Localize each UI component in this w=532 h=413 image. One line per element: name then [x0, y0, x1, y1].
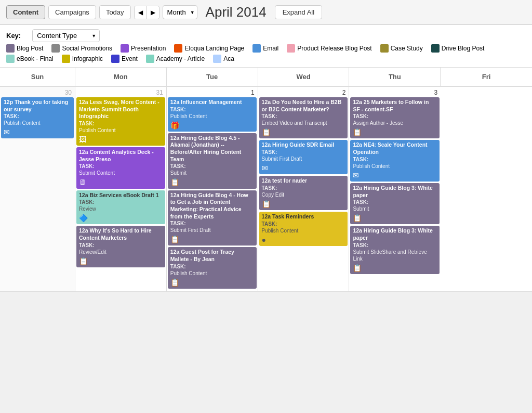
prblog-label: Product Release Blog Post: [297, 45, 371, 52]
event-ne4-scale[interactable]: 12a NE4: Scale Your Content Operation TA…: [350, 140, 440, 181]
event-time: 12a: [170, 135, 180, 141]
presentation-label: Presentation: [131, 45, 166, 52]
task-label: TASK:: [353, 199, 437, 205]
task-value: Review: [79, 205, 163, 212]
event-title: Thank you for taking our survey: [4, 99, 68, 112]
legend-blog-post: Blog Post: [6, 44, 43, 53]
event-title: Task Reminders: [272, 213, 314, 220]
event-ebook-draft[interactable]: 12a Biz Services eBook Draft 1 TASK: Rev…: [76, 190, 165, 225]
event-title: Why It's So Hard to Hire Content Markete…: [79, 227, 152, 241]
task-label: TASK:: [4, 113, 71, 120]
event-task-reminders[interactable]: 12a Task Reminders TASK: Publish Content…: [259, 212, 348, 246]
email-swatch: [252, 44, 261, 53]
date-fri: [442, 88, 531, 90]
clipboard-icon: 📋: [170, 278, 179, 287]
event-time: 12a: [79, 99, 88, 105]
header-tue: Tue: [167, 68, 258, 86]
event-time: 12a: [353, 141, 362, 148]
month-select-wrapper: Month Week Day: [163, 5, 197, 19]
social-swatch: [51, 44, 60, 53]
event-time: 12a: [262, 141, 271, 148]
legend-social: Social Promotions: [51, 44, 112, 53]
header-thu: Thu: [349, 68, 441, 86]
month-select[interactable]: Month Week Day: [163, 5, 197, 19]
task-value: Embed Video and Transcript: [262, 120, 345, 126]
event-test-nader[interactable]: 12a test for nader TASK: Copy Edit 📋: [259, 176, 348, 210]
date-thu: 3: [350, 88, 440, 97]
header-wed: Wed: [258, 68, 350, 86]
ebook-label: eBook - Final: [17, 55, 54, 62]
event-time: 12a: [353, 185, 362, 191]
task-label: TASK:: [170, 263, 254, 270]
event-guest-post-tracy[interactable]: 12a Guest Post for Tracy Mallete - By Je…: [168, 247, 257, 288]
date-mon: 31: [76, 88, 165, 97]
content-button[interactable]: Content: [6, 5, 45, 19]
event-swag[interactable]: 12a Less Swag, More Content - Marketo Su…: [76, 97, 165, 146]
legend-ebook: eBook - Final: [6, 55, 54, 63]
header-fri: Fri: [441, 68, 532, 86]
prblog-swatch: [287, 44, 295, 53]
event-influencer[interactable]: 12a Influencer Management TASK: Publish …: [168, 97, 257, 132]
event-title: Influencer Management: [181, 99, 242, 105]
event-hire-content[interactable]: 12a Why It's So Hard to Hire Content Mar…: [76, 226, 165, 267]
cell-thu-3[interactable]: 3 12a 25 Marketers to Follow in SF - con…: [349, 87, 441, 292]
event-time: 12a: [262, 99, 271, 105]
date-sun: 30: [1, 88, 74, 97]
event-swatch: [111, 55, 119, 63]
cell-fri[interactable]: [441, 87, 532, 292]
event-sdr-email[interactable]: 12a Hiring Guide SDR Email TASK: Submit …: [259, 140, 348, 174]
infographic-label: Infographic: [72, 55, 103, 62]
legend-email: Email: [252, 44, 278, 53]
task-value: Copy Edit: [262, 191, 345, 198]
event-hiring-blog3-b[interactable]: 12a Hiring Guide Blog 3: White paper TAS…: [350, 226, 440, 274]
legend-casestudy: Case Study: [380, 44, 423, 53]
today-button[interactable]: Today: [99, 5, 131, 19]
event-time: 12a: [353, 99, 362, 105]
event-hiring-blog3-a[interactable]: 12a Hiring Guide Blog 3: White paper TAS…: [350, 183, 440, 224]
event-time: 12a: [262, 177, 271, 184]
event-title: Biz Services eBook Draft 1: [89, 192, 158, 198]
event-25-marketers[interactable]: 12a 25 Marketers to Follow in SF - conte…: [350, 97, 440, 138]
campaigns-button[interactable]: Campaigns: [48, 5, 96, 19]
legend-presentation: Presentation: [121, 44, 166, 53]
date-tue: 1: [168, 88, 257, 97]
cell-tue-1[interactable]: 1 12a Influencer Management TASK: Publis…: [167, 87, 258, 292]
academy-label: Academy - Article: [156, 55, 205, 62]
event-hiring-blog-4[interactable]: 12a Hiring Guide Blog 4 - How to Get a J…: [168, 190, 257, 246]
header-sun: Sun: [0, 68, 75, 86]
legend-drive-blog: Drive Blog Post: [431, 44, 485, 53]
clipboard-icon: 📋: [262, 199, 271, 209]
eloqua-swatch: [174, 44, 182, 53]
monitor-icon: 🖥: [79, 177, 86, 187]
key-select[interactable]: Content Type: [32, 29, 100, 42]
expand-all-button[interactable]: Expand All: [275, 5, 322, 19]
cell-wed-2[interactable]: 2 12a Do You Need to Hire a B2B or B2C C…: [258, 87, 350, 292]
event-title: Do You Need to Hire a B2B or B2C Content…: [262, 99, 342, 112]
event-analytics-deck[interactable]: 12a Content Analytics Deck - Jesse Preso…: [76, 147, 165, 188]
aca-label: Aca: [223, 55, 234, 62]
cell-sun-30[interactable]: 30 12p Thank you for taking our survey T…: [0, 87, 75, 292]
prev-button[interactable]: ◀: [135, 6, 147, 19]
event-title: Guest Post for Tracy Mallete - By Jean: [170, 249, 234, 262]
task-value: Submit: [353, 205, 437, 212]
event-time: 12a: [262, 213, 271, 220]
event-survey[interactable]: 12p Thank you for taking our survey TASK…: [1, 97, 74, 138]
task-value: Publish Content: [262, 227, 345, 234]
task-label: TASK:: [170, 220, 254, 227]
event-title: test for nader: [272, 177, 307, 184]
event-hiring-blog-45[interactable]: 12a Hiring Guide Blog 4.5 - Akamai (Jona…: [168, 133, 257, 189]
diamond-icon: 🔷: [79, 213, 88, 223]
email-label: Email: [263, 45, 278, 52]
legend-aca: Aca: [213, 55, 234, 63]
calendar: Sun Mon Tue Wed Thu Fri 30 12p Thank you…: [0, 68, 532, 292]
event-title: Content Analytics Deck - Jesse Preso: [79, 149, 154, 162]
drive-blog-label: Drive Blog Post: [442, 45, 485, 52]
toolbar: Content Campaigns Today ◀ ▶ Month Week D…: [0, 0, 532, 25]
task-label: TASK:: [262, 185, 345, 191]
task-label: TASK:: [79, 199, 163, 205]
email-icon: ✉: [4, 127, 10, 137]
task-label: TASK:: [79, 120, 163, 127]
event-b2b-b2c[interactable]: 12a Do You Need to Hire a B2B or B2C Con…: [259, 97, 348, 138]
cell-mon-31[interactable]: 31 12a Less Swag, More Content - Marketo…: [75, 87, 167, 292]
next-button[interactable]: ▶: [147, 6, 159, 19]
